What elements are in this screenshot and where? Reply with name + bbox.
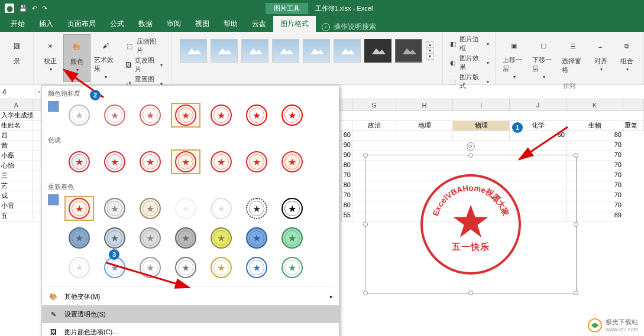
tab-home[interactable]: 开始 [4, 16, 32, 32]
artistic-button[interactable]: 🖌 艺术效果 ▾ [90, 34, 120, 82]
color-option[interactable]: ★ [206, 103, 236, 128]
align-button[interactable]: ⫠对齐▾ [588, 34, 614, 82]
col-header[interactable]: J [510, 99, 567, 111]
col-header[interactable] [623, 99, 644, 111]
col-header[interactable]: I [453, 99, 510, 111]
color-option[interactable]: ★ [242, 226, 271, 250]
color-option[interactable]: ★ [135, 255, 165, 280]
color-option[interactable]: ★ [100, 103, 130, 128]
resize-handle[interactable] [363, 153, 368, 158]
color-option-selected[interactable]: ★ [171, 149, 200, 174]
selected-image[interactable]: ⟳ ExcelVBAHome祝愿大家 五一快乐 [365, 155, 577, 293]
color-option-selected[interactable]: ★ [171, 103, 200, 128]
cell[interactable]: 生物 [567, 121, 623, 131]
resize-handle[interactable] [574, 153, 578, 158]
color-option[interactable]: ★ [171, 196, 200, 221]
bring-forward-button[interactable]: ▣上移一层▾ [499, 34, 529, 82]
color-option[interactable]: ★ [242, 196, 271, 221]
style-thumb[interactable] [272, 39, 299, 63]
tab-layout[interactable]: 页面布局 [60, 16, 103, 32]
color-option[interactable]: ★ [100, 226, 130, 250]
color-option[interactable]: ★ [206, 196, 236, 221]
col-header[interactable]: G [352, 99, 396, 111]
color-option-selected[interactable]: ★ [64, 196, 94, 221]
color-option[interactable]: ★ [135, 196, 165, 221]
more-variants-item[interactable]: 🎨 其他变体(M) ▸ [42, 288, 339, 305]
color-option[interactable]: ★ [206, 149, 236, 174]
tell-me-search[interactable]: ♀ 操作说明搜索 [316, 22, 382, 32]
tab-formula[interactable]: 公式 [103, 16, 131, 32]
set-transparent-item[interactable]: ✎ 设置透明色(S) [42, 305, 339, 323]
compress-button[interactable]: ⬚压缩图片 [122, 37, 164, 56]
color-option[interactable]: ★ [135, 226, 165, 250]
tab-data[interactable]: 数据 [131, 16, 160, 32]
picture-styles-gallery[interactable]: ▴▾▾ [175, 34, 439, 67]
cell[interactable]: 生姓名 [0, 121, 33, 131]
resize-handle[interactable] [468, 291, 473, 295]
color-option[interactable]: ★ [242, 103, 271, 128]
remove-bg-button[interactable]: 🖼 景 [4, 34, 30, 82]
col-header[interactable]: A [0, 99, 33, 111]
rotate-handle[interactable]: ⟳ [467, 142, 475, 151]
autosave-icon[interactable]: ⬤ [5, 4, 14, 13]
style-thumb[interactable] [364, 39, 391, 63]
tab-cloud[interactable]: 云盘 [245, 16, 273, 32]
resize-handle[interactable] [468, 153, 473, 158]
color-option[interactable]: ★ [206, 255, 236, 280]
cell[interactable]: 政治 [352, 121, 396, 131]
color-option[interactable]: ★ [135, 149, 165, 174]
tab-review[interactable]: 审阅 [160, 16, 188, 32]
resize-handle[interactable] [363, 222, 368, 227]
cell[interactable]: 物理 [453, 121, 510, 131]
cell[interactable]: 重复 [623, 121, 644, 131]
color-option[interactable]: ★ [206, 226, 236, 250]
style-thumb[interactable] [395, 39, 422, 63]
color-option[interactable]: ★ [64, 103, 94, 128]
color-option[interactable]: ★ [242, 255, 271, 280]
redo-icon[interactable]: ↷ [42, 5, 47, 12]
pic-border-button[interactable]: ◧图片边框▾ [446, 34, 491, 53]
pic-layout-button[interactable]: ⬚图片版式▾ [446, 72, 491, 91]
color-option[interactable]: ★ [277, 255, 307, 280]
send-backward-button[interactable]: ▢下移一层▾ [529, 34, 558, 82]
group-button[interactable]: ⧉组合▾ [614, 34, 640, 82]
style-thumb[interactable] [211, 39, 238, 63]
color-option[interactable]: ★ [64, 149, 94, 174]
gallery-more-button[interactable]: ▴▾▾ [426, 41, 434, 60]
col-header[interactable]: H [396, 99, 453, 111]
pic-effects-button[interactable]: ◐图片效果▾ [446, 53, 491, 72]
undo-icon[interactable]: ↶ [32, 5, 37, 12]
color-option[interactable]: ★ [277, 149, 307, 174]
color-option[interactable]: ★ [100, 196, 130, 221]
col-header[interactable]: K [567, 99, 623, 111]
style-thumb[interactable] [334, 39, 361, 63]
color-option[interactable]: ★ [277, 103, 307, 128]
cell[interactable]: 入学生成绩 [0, 111, 33, 121]
color-option[interactable]: ★ [64, 255, 94, 280]
resize-handle[interactable] [574, 291, 578, 295]
tab-insert[interactable]: 插入 [32, 16, 60, 32]
tab-view[interactable]: 视图 [188, 16, 216, 32]
style-thumb[interactable] [241, 39, 268, 63]
color-option[interactable]: ★ [135, 103, 165, 128]
color-option[interactable]: ★ [64, 226, 94, 250]
color-option[interactable]: ★ [277, 226, 307, 250]
color-options-item[interactable]: 🖼 图片颜色选项(C)... [42, 323, 339, 336]
color-option[interactable]: ★ [277, 196, 307, 221]
color-option[interactable]: ★ [242, 149, 271, 174]
style-thumb[interactable] [180, 39, 207, 63]
color-option[interactable]: ★ [100, 149, 130, 174]
resize-handle[interactable] [363, 291, 368, 295]
color-option[interactable]: ★ [171, 255, 200, 280]
color-button[interactable]: 🎨 颜色 ▾ [63, 34, 90, 82]
color-option[interactable]: ★ [171, 226, 200, 250]
change-pic-button[interactable]: 🖼更改图片▾ [122, 56, 164, 74]
style-thumb[interactable] [303, 39, 330, 63]
save-icon[interactable]: 💾 [19, 5, 27, 12]
tab-picture-format[interactable]: 图片格式 [273, 16, 316, 32]
resize-handle[interactable] [574, 222, 578, 227]
cell[interactable]: 地理 [396, 121, 453, 131]
tab-help[interactable]: 帮助 [216, 16, 245, 32]
corrections-button[interactable]: ☀ 校正 ▾ [37, 34, 63, 82]
selection-pane-button[interactable]: ☰选择窗格 [558, 34, 588, 82]
